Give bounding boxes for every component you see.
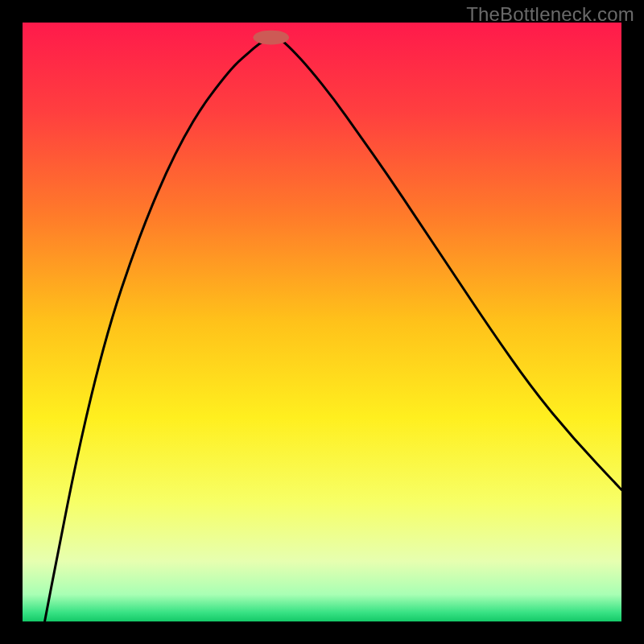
bottleneck-marker (253, 31, 289, 45)
gradient-background (23, 23, 621, 621)
plot-area (23, 23, 621, 621)
chart-frame: TheBottleneck.com (0, 0, 644, 644)
chart-svg (23, 23, 621, 621)
